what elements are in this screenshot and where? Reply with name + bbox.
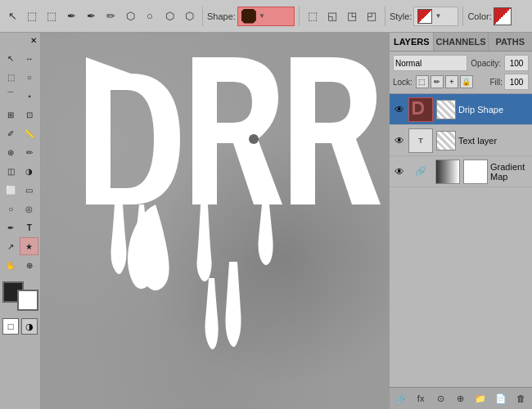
burn-tool[interactable]: ◎	[20, 200, 38, 218]
layer-name-text: Text layer	[458, 136, 529, 146]
shape-dropdown[interactable]: ▼	[237, 7, 295, 26]
toolbar-icon-10[interactable]: ⬡	[180, 7, 198, 25]
normal-mode[interactable]: □	[2, 318, 19, 335]
layer-item-gradient[interactable]: 👁 🔗 Gradient Map	[390, 156, 532, 187]
layer-visibility-drip[interactable]: 👁	[393, 103, 406, 116]
style-dropdown-arrow: ▼	[435, 12, 441, 20]
layer-thumb-gradient	[435, 160, 460, 184]
shape-dropdown-arrow: ▼	[259, 12, 265, 20]
drip-text-svg	[74, 41, 389, 384]
lock-position-icon[interactable]: +	[445, 75, 458, 88]
crop-tool[interactable]: ⊞	[2, 106, 20, 124]
fill-input[interactable]	[504, 74, 529, 90]
lock-all-icon[interactable]: 🔒	[460, 75, 473, 88]
select-tool[interactable]: ↔	[20, 49, 38, 67]
move-tool[interactable]: ↖	[2, 49, 20, 67]
spot-heal-tool[interactable]: ⊛	[2, 143, 20, 161]
layer-visibility-text[interactable]: 👁	[393, 134, 406, 147]
shape-label-group: Shape:	[207, 11, 236, 21]
toolbar-sep-2	[299, 7, 300, 26]
hand-tool[interactable]: ✋	[2, 256, 20, 274]
layers-list: 👁 Drip Shape 👁 T Text layer	[390, 94, 532, 387]
layer-name-drip: Drip Shape	[458, 105, 529, 115]
ellipse-marquee-tool[interactable]: ○	[20, 68, 38, 86]
tab-channels[interactable]: CHANNELS	[434, 33, 488, 51]
ruler-tool[interactable]: 📏	[20, 124, 38, 142]
shape-label: Shape:	[207, 11, 236, 21]
layer-thumb-gradient-link: 🔗	[408, 160, 433, 184]
toolbar-icon-9[interactable]: ⬡	[160, 7, 178, 25]
path-select-tool[interactable]: ↗	[2, 237, 20, 255]
toolbar-icon-1[interactable]: ↖	[3, 7, 21, 25]
opacity-input[interactable]	[504, 55, 529, 71]
tab-paths[interactable]: PATHS	[489, 33, 532, 51]
lock-image-icon[interactable]: ✏	[431, 75, 444, 88]
color-swatches	[2, 281, 38, 311]
layer-thumb-drip	[408, 97, 433, 122]
path-pair: ↗ ★	[2, 237, 38, 255]
hand-zoom-pair: ✋ ⊕	[2, 256, 38, 274]
brush-tool[interactable]: ✏	[20, 143, 38, 161]
toolbar-icon-3[interactable]: ⬚	[43, 7, 61, 25]
lasso-tool[interactable]: ⌒	[2, 87, 20, 105]
history-brush-tool[interactable]: ◑	[20, 162, 38, 180]
top-toolbar: ↖ ⬚ ⬚ ✒ ✒ ✏ ⬡ ○ ⬡ ⬡ Shape: ▼ ⬚ ◱ ◳ ◰ Sty…	[0, 0, 532, 33]
magic-wand-tool[interactable]: ⋆	[20, 87, 38, 105]
collapse-button[interactable]: ✕	[30, 36, 37, 45]
dodge-pair: ○ ◎	[2, 200, 38, 218]
shape-preview-icon	[241, 9, 256, 24]
layer-item-drip-shape[interactable]: 👁 Drip Shape	[390, 94, 532, 125]
opacity-label: Opacity:	[471, 59, 501, 68]
toolbar-icon-8[interactable]: ○	[141, 7, 159, 25]
color-swatch-main[interactable]	[494, 7, 512, 25]
clone-tool[interactable]: ◫	[2, 162, 20, 180]
link-layers-button[interactable]: 🔗	[393, 390, 409, 407]
dodge-tool[interactable]: ○	[2, 200, 20, 218]
fill-label: Fill:	[489, 78, 503, 87]
toolbar-icon-12[interactable]: ◱	[323, 7, 341, 25]
gradient-tool[interactable]: ▭	[20, 181, 38, 199]
color-label: Color:	[467, 11, 491, 21]
toolbar-icon-5[interactable]: ✒	[82, 7, 100, 25]
toolbar-sep-1	[202, 7, 203, 26]
toolbar-icon-7[interactable]: ⬡	[121, 7, 139, 25]
eyedropper-tool[interactable]: ✐	[2, 124, 20, 142]
toolbar-icon-11[interactable]: ⬚	[304, 7, 322, 25]
toolbar-icon-4[interactable]: ✒	[62, 7, 80, 25]
layer-mask-button[interactable]: ⊙	[433, 390, 449, 407]
zoom-tool[interactable]: ⊕	[20, 256, 38, 274]
toolbar-sep-4	[462, 7, 463, 26]
drip-text-container	[74, 41, 385, 368]
layer-visibility-gradient[interactable]: 👁	[393, 165, 406, 178]
blend-mode-select[interactable]: Normal	[393, 55, 467, 71]
lock-transparent-icon[interactable]: ⬚	[416, 75, 429, 88]
quick-mask-mode[interactable]: ◑	[21, 318, 38, 335]
tab-layers[interactable]: LAYERS	[390, 33, 434, 51]
layer-group-button[interactable]: 📁	[472, 390, 489, 407]
toolbar-icon-6[interactable]: ✏	[101, 7, 119, 25]
toolbar-sep-3	[385, 7, 385, 26]
layer-thumb-text: T	[408, 128, 433, 153]
move-select-pair: ↖ ↔	[2, 49, 38, 67]
toolbar-icon-14[interactable]: ◰	[363, 7, 381, 25]
layer-item-text[interactable]: 👁 T Text layer	[390, 125, 532, 156]
main-area: ✕ ↖ ↔ ⬚ ○ ⌒ ⋆ ⊞ ⊡ ✐ 📏 ⊛ ✏ ◫ ◑	[0, 33, 532, 409]
background-color[interactable]	[17, 290, 38, 311]
layer-mask-drip	[436, 100, 456, 119]
rect-marquee-tool[interactable]: ⬚	[2, 68, 20, 86]
blend-opacity-row: Normal Opacity:	[393, 55, 529, 71]
pen-tool[interactable]: ✒	[2, 218, 20, 236]
eraser-tool[interactable]: ⬜	[2, 181, 20, 199]
slice-tool[interactable]: ⊡	[20, 106, 38, 124]
adjustment-layer-button[interactable]: ⊕	[453, 390, 469, 407]
style-dropdown[interactable]: ▼	[413, 7, 458, 26]
delete-layer-button[interactable]: 🗑	[512, 390, 529, 407]
new-layer-button[interactable]: 📄	[493, 390, 509, 407]
toolbar-icon-13[interactable]: ◳	[343, 7, 361, 25]
svg-point-0	[249, 134, 259, 144]
shape-tool-active[interactable]: ★	[20, 237, 38, 255]
layer-style-button[interactable]: fx	[413, 390, 429, 407]
lock-fill-row: Lock: ⬚ ✏ + 🔒 Fill:	[393, 74, 529, 90]
toolbar-icon-2[interactable]: ⬚	[23, 7, 41, 25]
type-tool[interactable]: T	[20, 218, 38, 236]
